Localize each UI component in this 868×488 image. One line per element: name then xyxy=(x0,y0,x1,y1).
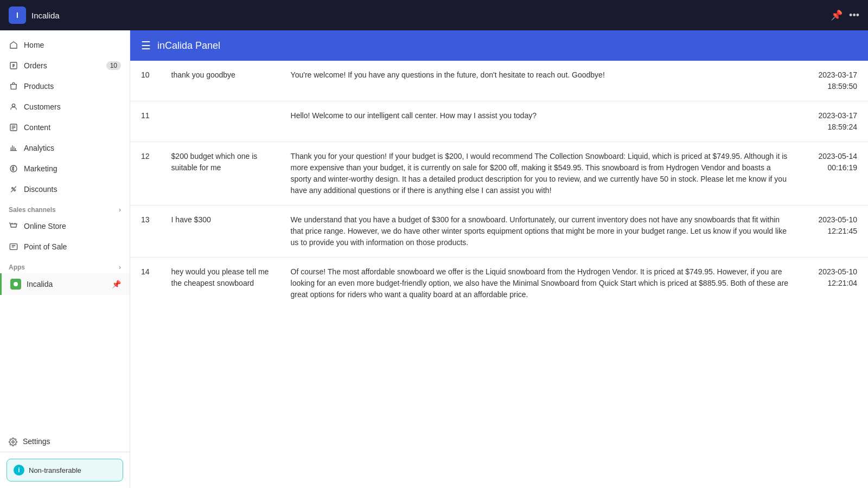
bot-message: You're welcome! If you have any question… xyxy=(280,61,803,101)
svg-point-8 xyxy=(12,441,14,443)
app-title: Incalida xyxy=(31,11,825,20)
top-bar-actions: 📌 ••• xyxy=(831,9,859,21)
message-date: 2023-05-10 12:21:04 xyxy=(803,258,868,310)
row-number: 10 xyxy=(130,61,161,101)
products-icon xyxy=(9,81,18,91)
hamburger-icon[interactable]: ☰ xyxy=(141,39,151,52)
info-icon: i xyxy=(14,465,24,476)
more-options-icon[interactable]: ••• xyxy=(849,10,859,21)
bot-message: Hello! Welcome to our intelligent call c… xyxy=(280,101,803,142)
sales-channels-section: Sales channels › xyxy=(0,200,130,216)
sidebar-item-online-store[interactable]: Online Store xyxy=(0,216,130,236)
user-message: I have $300 xyxy=(161,206,280,258)
content-icon xyxy=(9,123,18,132)
sidebar-item-products[interactable]: Products xyxy=(0,76,130,97)
panel-header: ☰ inCalida Panel xyxy=(130,30,868,61)
table-row: 13I have $300We understand that you have… xyxy=(130,206,868,258)
table-row: 14hey would you please tell me the cheap… xyxy=(130,258,868,310)
sales-channels-chevron[interactable]: › xyxy=(119,206,121,214)
customers-icon xyxy=(9,102,18,112)
message-date: 2023-03-17 18:59:24 xyxy=(803,101,868,142)
non-transferable-banner: i Non-transferable xyxy=(7,459,123,481)
conversation-table: 10thank you goodbyeYou're welcome! If yo… xyxy=(130,61,868,309)
row-number: 11 xyxy=(130,101,161,142)
discounts-icon xyxy=(9,184,18,194)
svg-point-7 xyxy=(14,282,18,286)
conversation-table-container[interactable]: 10thank you goodbyeYou're welcome! If yo… xyxy=(130,61,868,488)
settings-icon xyxy=(9,437,17,446)
message-date: 2023-05-10 12:21:45 xyxy=(803,206,868,258)
top-bar: I Incalida 📌 ••• xyxy=(0,0,868,30)
svg-point-1 xyxy=(12,104,15,107)
main-content: ☰ inCalida Panel 10thank you goodbyeYou'… xyxy=(130,30,868,488)
svg-point-5 xyxy=(14,190,16,191)
home-icon xyxy=(9,40,18,50)
row-number: 13 xyxy=(130,206,161,258)
analytics-icon xyxy=(9,143,18,153)
pin-top-icon[interactable]: 📌 xyxy=(831,9,843,21)
user-message: thank you goodbye xyxy=(161,61,280,101)
sidebar-item-content[interactable]: Content xyxy=(0,117,130,138)
orders-icon xyxy=(9,61,18,70)
bot-message: Of course! The most affordable snowboard… xyxy=(280,258,803,310)
sidebar-bottom: i Non-transferable xyxy=(0,452,130,488)
pos-icon xyxy=(9,242,18,252)
orders-badge: 10 xyxy=(106,61,121,70)
sidebar-item-home[interactable]: Home xyxy=(0,35,130,55)
apps-section: Apps › xyxy=(0,257,130,273)
sidebar-item-marketing[interactable]: Marketing xyxy=(0,158,130,179)
bot-message: We understand that you have a budget of … xyxy=(280,206,803,258)
user-message: hey would you please tell me the cheapes… xyxy=(161,258,280,310)
app-logo: I xyxy=(9,7,26,24)
sidebar-item-discounts[interactable]: Discounts xyxy=(0,179,130,200)
sidebar-item-incalida[interactable]: Incalida 📌 xyxy=(0,273,130,295)
sidebar-item-customers[interactable]: Customers xyxy=(0,97,130,117)
sidebar-nav: Home Orders 10 Products xyxy=(0,30,130,432)
svg-point-4 xyxy=(12,188,14,189)
table-row: 12$200 budget which one is suitable for … xyxy=(130,142,868,206)
sidebar-item-settings[interactable]: Settings xyxy=(0,432,130,452)
message-date: 2023-03-17 18:59:50 xyxy=(803,61,868,101)
apps-chevron[interactable]: › xyxy=(119,264,121,271)
incalida-pin-icon[interactable]: 📌 xyxy=(112,280,121,288)
row-number: 14 xyxy=(130,258,161,310)
table-row: 10thank you goodbyeYou're welcome! If yo… xyxy=(130,61,868,101)
table-row: 11Hello! Welcome to our intelligent call… xyxy=(130,101,868,142)
store-icon xyxy=(9,221,18,231)
panel-title: inCalida Panel xyxy=(157,40,220,52)
marketing-icon xyxy=(9,164,18,174)
message-date: 2023-05-14 00:16:19 xyxy=(803,142,868,206)
user-message xyxy=(161,101,280,142)
sidebar-item-orders[interactable]: Orders 10 xyxy=(0,55,130,76)
sidebar: Home Orders 10 Products xyxy=(0,30,130,488)
row-number: 12 xyxy=(130,142,161,206)
sidebar-item-analytics[interactable]: Analytics xyxy=(0,138,130,158)
sidebar-item-pos[interactable]: Point of Sale xyxy=(0,236,130,257)
incalida-icon xyxy=(10,279,21,290)
bot-message: Thank you for your question! If your bud… xyxy=(280,142,803,206)
user-message: $200 budget which one is suitable for me xyxy=(161,142,280,206)
